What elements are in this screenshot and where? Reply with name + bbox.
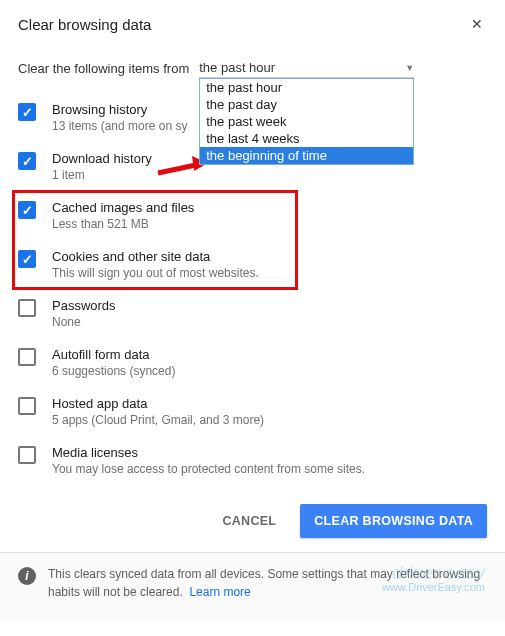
data-type-subtext: Less than 521 MB	[52, 217, 487, 231]
data-type-subtext: None	[52, 315, 487, 329]
data-type-subtext: This will sign you out of most websites.	[52, 266, 487, 280]
data-type-checkbox[interactable]	[18, 348, 36, 366]
info-icon: i	[18, 567, 36, 585]
data-type-label: Cookies and other site data	[52, 249, 487, 264]
time-range-option[interactable]: the beginning of time	[200, 147, 413, 164]
time-range-selected: the past hour	[199, 60, 275, 75]
data-type-subtext: 6 suggestions (synced)	[52, 364, 487, 378]
time-range-select[interactable]: the past hour ▼	[199, 58, 414, 78]
data-type-checkbox[interactable]	[18, 397, 36, 415]
data-type-label: Autofill form data	[52, 347, 487, 362]
data-type-label: Passwords	[52, 298, 487, 313]
data-type-subtext: You may lose access to protected content…	[52, 462, 487, 476]
data-type-checkbox[interactable]	[18, 201, 36, 219]
time-range-dropdown[interactable]: the past hourthe past daythe past weekth…	[199, 78, 414, 165]
data-type-row: Media licensesYou may lose access to pro…	[18, 437, 487, 486]
data-type-row: PasswordsNone	[18, 290, 487, 339]
data-type-checkbox[interactable]	[18, 152, 36, 170]
learn-more-link[interactable]: Learn more	[189, 585, 250, 599]
data-type-subtext: 1 item	[52, 168, 487, 182]
clear-browsing-data-button[interactable]: CLEAR BROWSING DATA	[300, 504, 487, 538]
data-type-subtext: 5 apps (Cloud Print, Gmail, and 3 more)	[52, 413, 487, 427]
close-icon[interactable]: ✕	[467, 14, 487, 34]
data-type-label: Media licenses	[52, 445, 487, 460]
footer-text: This clears synced data from all devices…	[48, 565, 487, 601]
data-type-row: Hosted app data5 apps (Cloud Print, Gmai…	[18, 388, 487, 437]
data-type-row: Autofill form data6 suggestions (synced)	[18, 339, 487, 388]
data-type-label: Hosted app data	[52, 396, 487, 411]
time-range-option[interactable]: the past hour	[200, 79, 413, 96]
time-range-option[interactable]: the last 4 weeks	[200, 130, 413, 147]
data-type-label: Cached images and files	[52, 200, 487, 215]
data-type-checkbox[interactable]	[18, 446, 36, 464]
data-type-checkbox[interactable]	[18, 250, 36, 268]
time-range-option[interactable]: the past day	[200, 96, 413, 113]
cancel-button[interactable]: CANCEL	[222, 514, 276, 528]
chevron-down-icon: ▼	[405, 63, 414, 73]
time-range-label: Clear the following items from	[18, 61, 189, 76]
data-type-checkbox[interactable]	[18, 299, 36, 317]
data-type-row: Cookies and other site dataThis will sig…	[18, 241, 487, 290]
time-range-option[interactable]: the past week	[200, 113, 413, 130]
dialog-title: Clear browsing data	[18, 16, 151, 33]
data-type-checkbox[interactable]	[18, 103, 36, 121]
data-type-row: Cached images and filesLess than 521 MB	[18, 192, 487, 241]
